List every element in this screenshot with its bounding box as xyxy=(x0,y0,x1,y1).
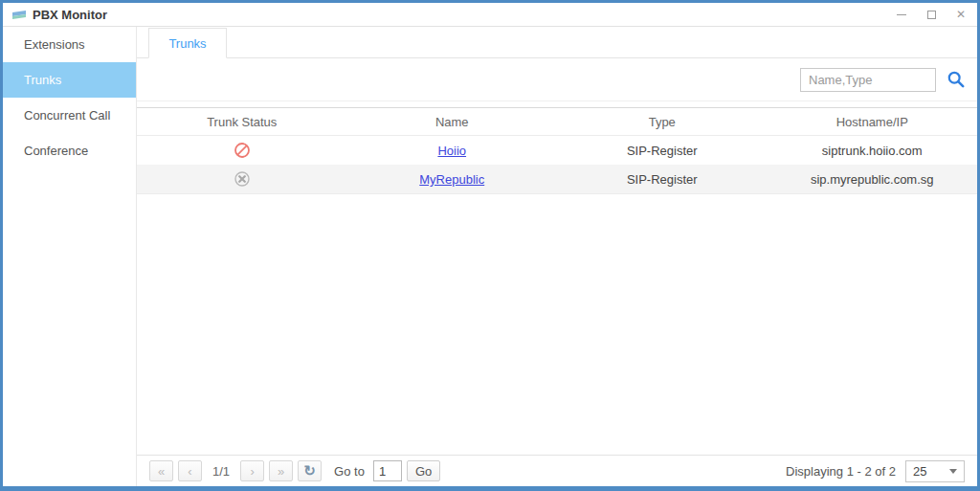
window-title: PBX Monitor xyxy=(33,8,107,22)
trunk-name-link[interactable]: Hoiio xyxy=(437,144,466,158)
column-header-type[interactable]: Type xyxy=(557,115,768,129)
app-logo-icon xyxy=(11,9,27,20)
tab-trunks[interactable]: Trunks xyxy=(148,28,227,58)
goto-page-input[interactable] xyxy=(373,460,402,481)
prev-page-icon: ‹ xyxy=(188,464,191,479)
sidebar-item-conference[interactable]: Conference xyxy=(3,133,136,168)
table-body: Hoiio SIP-Register siptrunk.hoiio.com xyxy=(137,136,977,194)
close-icon: ✕ xyxy=(956,9,966,20)
maximize-icon xyxy=(927,11,936,19)
disconnected-status-icon xyxy=(234,170,251,188)
prev-page-button[interactable]: ‹ xyxy=(178,460,202,481)
table-header-row: Trunk Status Name Type Hostname/IP xyxy=(137,107,977,136)
trunks-table: Trunk Status Name Type Hostname/IP xyxy=(137,107,977,455)
go-button[interactable]: Go xyxy=(407,460,440,481)
trunk-hostname-cell: siptrunk.hoiio.com xyxy=(822,144,923,158)
trunk-status-cell xyxy=(137,142,347,160)
table-empty-area xyxy=(137,194,977,455)
minimize-icon xyxy=(897,14,906,15)
pbx-monitor-window: PBX Monitor ✕ Extensions Trunks Concurre… xyxy=(0,0,980,491)
trunk-name-link[interactable]: MyRepublic xyxy=(419,172,484,187)
window-controls: ✕ xyxy=(894,7,969,22)
column-header-name[interactable]: Name xyxy=(347,115,558,129)
trunk-status-cell xyxy=(137,170,347,189)
pagination-bar: « ‹ 1/1 › » ↻ Go to Go Displaying 1 - 2 … xyxy=(137,455,977,486)
first-page-button[interactable]: « xyxy=(149,460,173,481)
trunk-type-cell: SIP-Register xyxy=(627,172,698,187)
trunk-type-cell: SIP-Register xyxy=(627,144,698,158)
sidebar: Extensions Trunks Concurrent Call Confer… xyxy=(3,27,137,486)
search-input[interactable] xyxy=(800,68,936,92)
refresh-button[interactable]: ↻ xyxy=(298,460,322,481)
table-row: MyRepublic SIP-Register sip.myrepublic.c… xyxy=(137,165,977,193)
blocked-status-icon xyxy=(234,142,251,159)
minimize-button[interactable] xyxy=(894,7,909,22)
next-page-button[interactable]: › xyxy=(240,460,264,481)
last-page-icon: » xyxy=(278,464,284,479)
page-size-dropdown[interactable]: 25 xyxy=(905,460,965,482)
first-page-icon: « xyxy=(158,464,165,479)
main-panel: Trunks Trunk Status Name Type Ho xyxy=(137,27,977,486)
sidebar-item-concurrent-call[interactable]: Concurrent Call xyxy=(3,98,136,133)
next-page-icon: › xyxy=(250,464,254,479)
title-bar: PBX Monitor ✕ xyxy=(3,3,977,27)
page-size-value: 25 xyxy=(913,464,949,479)
pagination-right: Displaying 1 - 2 of 2 25 xyxy=(786,460,965,482)
search-button[interactable] xyxy=(945,68,968,91)
displaying-text: Displaying 1 - 2 of 2 xyxy=(786,464,896,479)
last-page-button[interactable]: » xyxy=(269,460,293,481)
table-row: Hoiio SIP-Register siptrunk.hoiio.com xyxy=(137,136,977,165)
column-header-trunk-status[interactable]: Trunk Status xyxy=(137,115,347,129)
trunk-hostname-cell: sip.myrepublic.com.sg xyxy=(811,172,934,187)
goto-label: Go to xyxy=(334,464,365,479)
caret-down-icon xyxy=(949,469,957,474)
page-indicator: 1/1 xyxy=(212,464,230,479)
sidebar-item-trunks[interactable]: Trunks xyxy=(3,62,136,98)
search-icon xyxy=(947,70,966,89)
column-header-hostname[interactable]: Hostname/IP xyxy=(768,115,978,129)
maximize-button[interactable] xyxy=(924,7,939,22)
sidebar-item-extensions[interactable]: Extensions xyxy=(3,27,136,62)
refresh-icon: ↻ xyxy=(303,462,316,480)
close-button[interactable]: ✕ xyxy=(953,7,969,22)
tab-bar: Trunks xyxy=(137,27,977,58)
toolbar xyxy=(137,58,977,101)
